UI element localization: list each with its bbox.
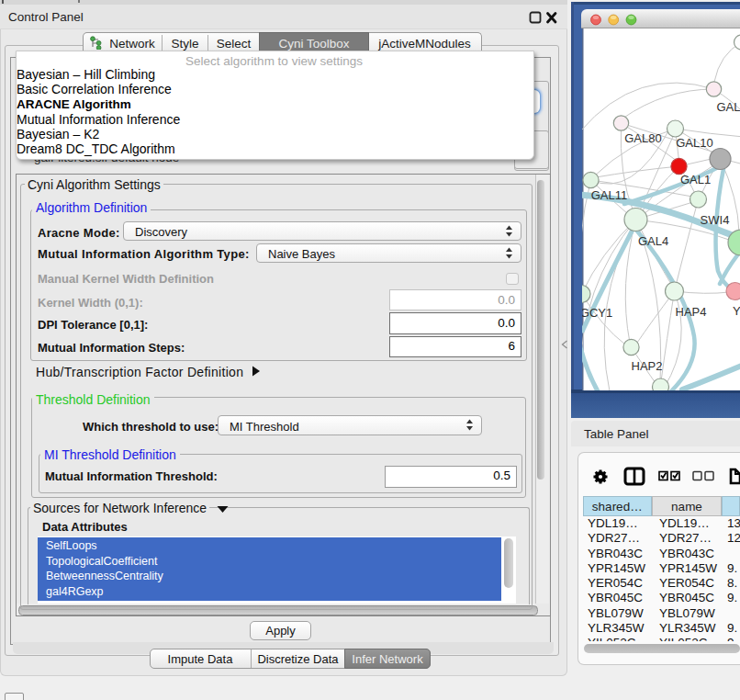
svg-text:GAL80: GAL80	[624, 131, 661, 145]
svg-text:GAL1: GAL1	[679, 173, 710, 186]
svg-text:GCY1: GCY1	[582, 306, 612, 320]
svg-text:SWI4: SWI4	[700, 213, 729, 227]
svg-text:GAL7: GAL7	[716, 100, 740, 114]
svg-text:GAL4: GAL4	[637, 234, 667, 248]
svg-text:YM: YM	[733, 304, 740, 318]
svg-text:HAP2: HAP2	[631, 359, 662, 373]
svg-text:GAL10: GAL10	[676, 136, 712, 150]
svg-text:HAP4: HAP4	[675, 305, 706, 319]
svg-text:GAL11: GAL11	[590, 188, 627, 202]
